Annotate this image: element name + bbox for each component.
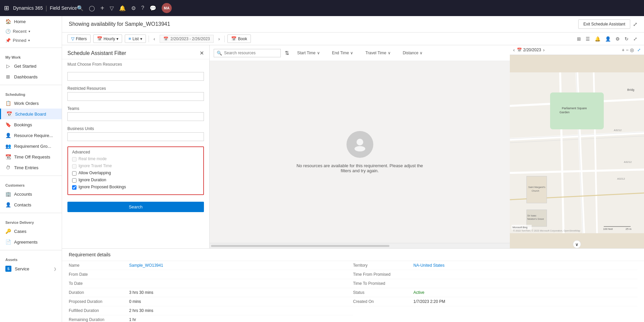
book-button[interactable]: 📅 Book (227, 35, 251, 43)
content-area: Schedule Assistant Filter ✕ Must Choose … (62, 45, 644, 248)
help-icon[interactable]: ? (141, 5, 144, 11)
recent-chevron-icon: ▾ (29, 29, 30, 33)
req-territory-value[interactable]: NA-United States (414, 263, 445, 268)
sidebar-divider-4 (0, 213, 62, 213)
real-time-mode-row: Real time mode (72, 156, 199, 162)
schedule-toolbar: ▽ Filters 📅 Hourly ≡ List ‹ 📅 2/20/2023 … (62, 33, 644, 45)
refresh-icon[interactable]: ↻ (623, 35, 630, 43)
home-icon: 🏠 (5, 19, 11, 24)
date-prev-button[interactable]: ‹ (152, 35, 157, 43)
req-name-value[interactable]: Sample_WO13941 (129, 263, 163, 268)
sidebar-item-recent[interactable]: 🕐 Recent ▾ (0, 27, 62, 36)
svg-text:© 2022 TomTom; © 2023 Microsof: © 2022 TomTom; © 2023 Microsoft Corporat… (513, 230, 580, 232)
zoom-out-button[interactable]: − (626, 47, 629, 53)
resource-req-icon: 👤 (5, 133, 11, 138)
map-next-button[interactable]: › (543, 47, 545, 53)
business-units-input[interactable] (67, 132, 204, 141)
dashboards-icon: ⊞ (5, 74, 11, 79)
sidebar-item-home[interactable]: 🏠 Home (0, 16, 62, 27)
sidebar-item-schedule-board[interactable]: 📅 Schedule Board (0, 109, 62, 119)
map-collapse-button[interactable]: ∨ (573, 240, 581, 248)
end-time-column-header[interactable]: End Time ∨ (328, 48, 358, 58)
user-avatar[interactable]: MA (162, 3, 172, 13)
start-time-column-header[interactable]: Start Time ∨ (293, 48, 324, 58)
teams-input[interactable] (67, 112, 204, 121)
no-resource-message: No resources are available for this requ… (293, 163, 427, 173)
chat-icon[interactable]: 💬 (150, 5, 156, 11)
person-icon[interactable]: 👤 (604, 35, 612, 43)
sidebar-item-resource-requirements[interactable]: 👤 Resource Require... (0, 130, 62, 141)
sidebar-item-contacts[interactable]: 👤 Contacts (0, 199, 62, 210)
business-units-section: Business Units (62, 124, 209, 144)
sidebar-item-requirement-groups[interactable]: 👥 Requirement Gro... (0, 141, 62, 151)
expand-icon[interactable]: ⤢ (633, 21, 637, 27)
sidebar-item-time-off-requests[interactable]: 📆 Time Off Requests (0, 151, 62, 162)
settings-icon[interactable]: ⚙ (131, 5, 136, 11)
ignore-proposed-bookings-checkbox[interactable] (72, 185, 76, 190)
svg-text:Microsoft Bing: Microsoft Bing (513, 226, 527, 229)
date-next-button[interactable]: › (216, 35, 222, 43)
contacts-icon: 👤 (5, 202, 11, 207)
sidebar-item-service[interactable]: S Service ❯ (0, 263, 62, 274)
view-mode-icon[interactable]: ⊞ (576, 35, 582, 43)
filter-subtitle: Must Choose From Resources (62, 59, 209, 69)
search-resources-input[interactable] (224, 51, 278, 55)
req-proposed-duration-label: Proposed Duration (69, 299, 129, 304)
cortana-icon[interactable]: ◯ (89, 5, 95, 11)
ignore-travel-row: Ignore Travel Time (72, 164, 199, 169)
filter-panel: Schedule Assistant Filter ✕ Must Choose … (62, 45, 210, 248)
exit-schedule-assistant-button[interactable]: Exit Schedule Assistant (578, 19, 630, 29)
ignore-travel-checkbox[interactable] (72, 164, 76, 169)
work-orders-icon: 📋 (5, 101, 11, 106)
agreements-icon: 📄 (5, 239, 11, 245)
allow-overlapping-checkbox[interactable] (72, 171, 76, 176)
app-layout: 🏠 Home 🕐 Recent ▾ 📌 Pinned ▾ My Work ▷ G… (0, 16, 644, 322)
fullscreen-icon[interactable]: ⤢ (632, 35, 639, 43)
sidebar-item-get-started[interactable]: ▷ Get Started (0, 61, 62, 71)
filters-button[interactable]: ▽ Filters (67, 35, 91, 43)
travel-time-column-header[interactable]: Travel Time ∨ (361, 48, 394, 58)
hourly-button[interactable]: 📅 Hourly (93, 35, 122, 43)
sidebar-item-cases[interactable]: 🔑 Cases (0, 226, 62, 237)
horizontal-scrollbar[interactable] (210, 243, 510, 248)
list-button[interactable]: ≡ List (125, 35, 146, 43)
req-fulfilled-duration-row: Fulfilled Duration 2 hrs 30 mins (69, 306, 353, 315)
req-status-label: Status (353, 290, 414, 295)
filter-header: Schedule Assistant Filter ✕ (62, 45, 209, 59)
sort-button[interactable]: ⇅ (285, 50, 289, 56)
map-expand-button[interactable]: ⤢ (637, 48, 641, 52)
sidebar-item-pinned[interactable]: 📌 Pinned ▾ (0, 36, 62, 45)
filter-close-button[interactable]: ✕ (200, 50, 204, 56)
sidebar-recent-label: Recent (13, 29, 26, 34)
ignore-duration-checkbox[interactable] (72, 178, 76, 183)
must-choose-input[interactable] (67, 72, 204, 81)
search-icon[interactable]: 🔍 (77, 5, 84, 11)
section-scheduling: Scheduling (0, 88, 62, 98)
ignore-duration-label: Ignore Duration (78, 178, 106, 182)
pinned-chevron-icon: ▾ (28, 39, 30, 42)
alert-icon[interactable]: 🔔 (593, 35, 602, 43)
sidebar-item-accounts[interactable]: 🏢 Accounts (0, 189, 62, 199)
restricted-resources-input[interactable] (67, 92, 204, 101)
zoom-in-button[interactable]: + (622, 47, 625, 53)
search-button[interactable]: Search (67, 202, 204, 212)
sidebar-item-bookings[interactable]: 🔖 Bookings (0, 119, 62, 130)
map-calendar-icon: 📅 (517, 48, 522, 52)
sidebar-item-dashboards[interactable]: ⊞ Dashboards (0, 71, 62, 82)
sidebar-item-agreements[interactable]: 📄 Agreements (0, 237, 62, 247)
add-icon[interactable]: + (100, 4, 104, 12)
zoom-reset-button[interactable]: ◎ (630, 47, 634, 53)
map-date-text: 2/20/2023 (523, 48, 541, 52)
map-prev-button[interactable]: ‹ (513, 47, 515, 53)
columns-icon[interactable]: ☰ (584, 35, 591, 43)
svg-text:Bridg: Bridg (627, 88, 634, 91)
settings-toolbar-icon[interactable]: ⚙ (614, 35, 621, 43)
sidebar-item-work-orders[interactable]: 📋 Work Orders (0, 98, 62, 109)
waffle-menu-icon[interactable]: ⊞ (4, 4, 9, 12)
sidebar-item-time-entries[interactable]: ⏱ Time Entries (0, 162, 62, 173)
distance-column-header[interactable]: Distance ∨ (399, 48, 427, 58)
bell-icon[interactable]: 🔔 (119, 5, 126, 11)
filter-icon[interactable]: ▽ (110, 5, 114, 11)
cases-icon: 🔑 (5, 229, 11, 234)
real-time-mode-checkbox[interactable] (72, 157, 76, 162)
